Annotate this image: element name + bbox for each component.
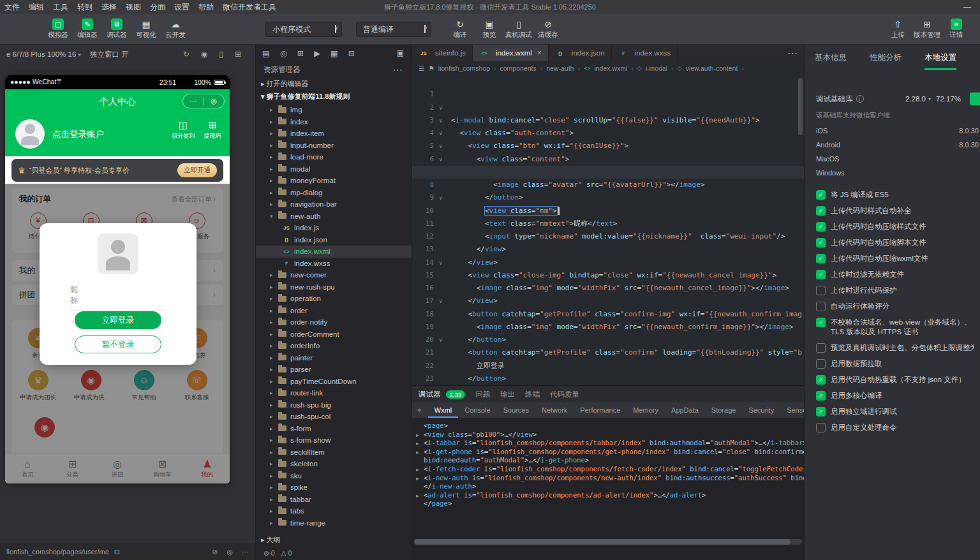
setting-option[interactable]: ✓ 上传时过滤无依赖文件: [816, 270, 974, 279]
wxml-node[interactable]: ▶<view class="pb100">…</view>: [416, 431, 804, 439]
setting-option[interactable]: 自动运行体验评分: [816, 302, 974, 311]
run-icon[interactable]: ▶: [314, 48, 320, 58]
login-link[interactable]: 点击登录账户: [52, 129, 104, 140]
menu-item[interactable]: 编辑: [24, 2, 48, 13]
wxml-node[interactable]: </page>: [416, 499, 804, 508]
devtools-tab-AppData[interactable]: AppData: [665, 402, 705, 418]
checkbox[interactable]: ✓: [816, 318, 826, 327]
devtools-tab-Performance[interactable]: Performance: [574, 402, 627, 418]
tree-file[interactable]: # index.wxss: [256, 258, 412, 270]
close-icon[interactable]: ×: [537, 48, 542, 57]
checkbox[interactable]: ✓: [816, 238, 826, 247]
tree-folder[interactable]: ▸ rush-spu-col: [256, 411, 412, 423]
login-cancel-button[interactable]: 暂不登录: [75, 335, 161, 353]
tree-folder[interactable]: ▸ input-number: [256, 140, 412, 152]
menu-item[interactable]: 文件: [0, 2, 24, 13]
compile-select[interactable]: 普通编译 ▾: [356, 22, 431, 37]
profile-action[interactable]: ◫ 积分签到: [168, 120, 198, 140]
tree-folder[interactable]: ▸ navigation-bar: [256, 198, 412, 210]
tree-folder[interactable]: ▸ load-more: [256, 151, 412, 163]
avatar[interactable]: [15, 119, 45, 149]
debugger-hscrollbar[interactable]: [414, 539, 802, 545]
login-confirm-button[interactable]: 立即登录: [75, 311, 161, 329]
minimize-button[interactable]: —: [963, 3, 971, 11]
tree-folder[interactable]: ▸ skeleton: [256, 458, 412, 470]
debugger-tab-终端[interactable]: 终端: [525, 390, 540, 399]
setting-option[interactable]: ✓ 上传代码时样式自动补全: [816, 206, 974, 216]
tree-folder[interactable]: ▸ img: [256, 104, 412, 116]
tree-folder[interactable]: ▸ mp-dialog: [256, 187, 412, 199]
menu-item[interactable]: 工具: [48, 2, 73, 13]
toolbar-button[interactable]: ⊘ 清缓存: [533, 18, 563, 40]
checkbox[interactable]: [816, 302, 826, 311]
more-icon[interactable]: ⋯: [392, 64, 403, 76]
menu-item[interactable]: 选择: [97, 2, 121, 13]
inspect-icon[interactable]: ⌖: [417, 406, 422, 415]
expand-arrow-icon[interactable]: ▶: [416, 492, 424, 501]
tree-folder[interactable]: ▸ painter: [256, 352, 412, 364]
open-editors-section[interactable]: ▸ 打开的编辑器: [261, 79, 309, 89]
devtools-tab-Security[interactable]: Security: [742, 402, 780, 418]
outline-icon[interactable]: ☰: [419, 64, 424, 72]
settings-tab-基本信息[interactable]: 基本信息: [815, 52, 847, 70]
settings-tab-本地设置[interactable]: 本地设置: [924, 52, 956, 70]
breadcrumb-item[interactable]: i-modal: [646, 64, 667, 72]
setting-option[interactable]: ✓ 将 JS 编译成 ES5: [816, 190, 974, 200]
nickname-input[interactable]: [85, 297, 188, 306]
wxml-node[interactable]: ▶<i-tabbar is="lionfish_comshop/componen…: [416, 439, 804, 448]
tree-folder[interactable]: ▾ new-auth: [256, 210, 412, 223]
expand-arrow-icon[interactable]: ▶: [416, 431, 424, 440]
tree-folder[interactable]: ▸ new-rush-spu: [256, 281, 412, 293]
menu-item[interactable]: 转到: [73, 2, 97, 13]
wxml-node[interactable]: ▶<i-fetch-coder is="lionfish_comshop/com…: [416, 465, 804, 474]
breadcrumb-item[interactable]: view.auth-content: [686, 64, 738, 72]
devtools-tab-Network[interactable]: Network: [535, 402, 574, 418]
toolbar-button[interactable]: ▢ 模拟器: [43, 18, 73, 40]
toolbar-button[interactable]: ▦ 可视化: [131, 18, 161, 40]
tree-file[interactable]: <> index.wxml: [256, 246, 412, 258]
devtools-tab-Console[interactable]: Console: [458, 402, 496, 418]
toolbar-button[interactable]: ▣ 预览: [475, 18, 504, 40]
tree-folder[interactable]: ▸ modal: [256, 163, 412, 175]
code-area[interactable]: 1 ∨ <i-modal bind:cancel="close" scrollU…: [412, 75, 804, 385]
tree-folder[interactable]: ▸ seckillItem: [256, 446, 412, 459]
project-root[interactable]: ▾ 狮子鱼修复前端11.8新规则: [261, 92, 350, 101]
breadcrumb-item[interactable]: components: [500, 64, 536, 72]
debugger-tab-代码质量[interactable]: 代码质量: [550, 390, 579, 399]
expand-arrow-icon[interactable]: ▶: [416, 439, 424, 448]
search-icon[interactable]: ◎: [280, 48, 287, 58]
editor-tab-siteinfo.js[interactable]: JS siteinfo.js: [412, 45, 473, 61]
menu-item[interactable]: 分面: [145, 2, 170, 13]
breadcrumb-item[interactable]: index.wxml: [594, 64, 627, 72]
setting-option[interactable]: 上传时进行代码保护: [816, 286, 974, 295]
setting-option[interactable]: ✓ 启用多核心编译: [816, 391, 974, 401]
device-select[interactable]: e 6/7/8 Plus 100% 16 ▾: [6, 50, 81, 58]
setting-option[interactable]: ✓ 不校验合法域名、web-view（业务域名）、TLS 版本以及 HTTPS …: [816, 318, 974, 337]
checkbox[interactable]: ✓: [816, 407, 826, 416]
tree-folder[interactable]: ▸ time-range: [256, 517, 412, 529]
editor-tab-index.wxss[interactable]: # index.wxss: [612, 45, 678, 61]
debugger-tab-调试器[interactable]: 调试器: [419, 390, 441, 399]
debugger-tab-输出[interactable]: 输出: [500, 390, 515, 399]
tree-folder[interactable]: ▸ index: [256, 116, 412, 128]
tree-folder[interactable]: ▸ moneyFormat: [256, 175, 412, 187]
more-icon[interactable]: ⋯: [183, 94, 204, 108]
toolbar-button[interactable]: ☁ 云开发: [161, 18, 190, 40]
base-library-version[interactable]: 2.28.0: [905, 95, 926, 103]
menu-item[interactable]: 设置: [170, 2, 194, 13]
tree-folder[interactable]: ▸ orderInfo: [256, 340, 412, 352]
devtools-tab-Memory[interactable]: Memory: [627, 402, 665, 418]
editor-tab-index.wxml[interactable]: <> index.wxml ×: [473, 45, 549, 61]
checkbox[interactable]: [816, 286, 826, 295]
devtools-tab-Wxml[interactable]: Wxml: [428, 402, 459, 418]
mode-select[interactable]: 小程序模式 ▾: [265, 22, 342, 37]
checkbox[interactable]: ✓: [816, 391, 826, 401]
mute-icon[interactable]: ⊘: [212, 548, 218, 556]
editor-scrollbar[interactable]: [798, 78, 803, 135]
setting-option[interactable]: ✓ 启用代码自动热重载（不支持 json 文件）: [816, 375, 974, 385]
package-icon[interactable]: ⊟: [348, 48, 355, 58]
tree-folder[interactable]: ▸ s-form: [256, 423, 412, 435]
tree-folder[interactable]: ▸ payTimeCountDown: [256, 376, 412, 388]
tree-folder[interactable]: ▸ sku: [256, 470, 412, 482]
devtools-tab-Sources[interactable]: Sources: [497, 402, 535, 418]
